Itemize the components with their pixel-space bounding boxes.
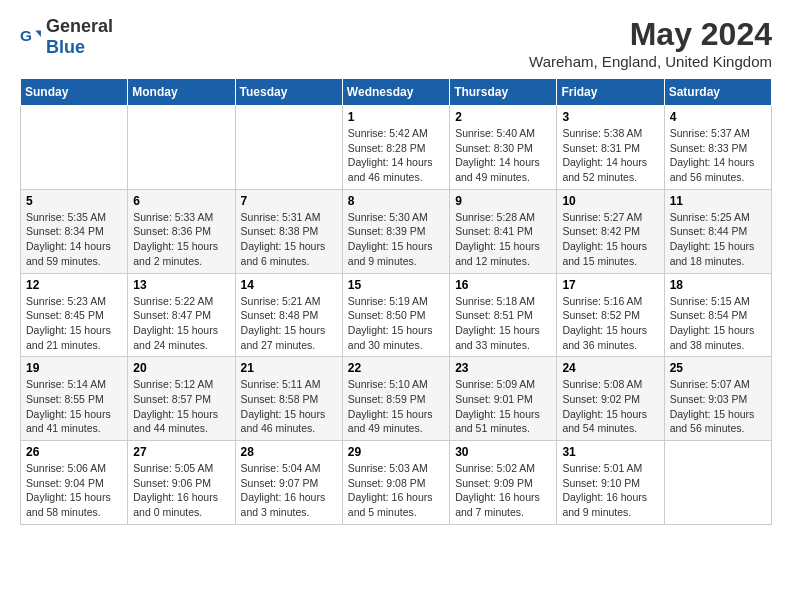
day-number: 14 [241, 278, 337, 292]
day-info: Sunrise: 5:05 AMSunset: 9:06 PMDaylight:… [133, 461, 229, 520]
day-cell: 9Sunrise: 5:28 AMSunset: 8:41 PMDaylight… [450, 189, 557, 273]
day-number: 9 [455, 194, 551, 208]
header-cell-thursday: Thursday [450, 79, 557, 106]
day-info: Sunrise: 5:09 AMSunset: 9:01 PMDaylight:… [455, 377, 551, 436]
day-cell: 23Sunrise: 5:09 AMSunset: 9:01 PMDayligh… [450, 357, 557, 441]
day-cell: 30Sunrise: 5:02 AMSunset: 9:09 PMDayligh… [450, 441, 557, 525]
day-number: 31 [562, 445, 658, 459]
day-info: Sunrise: 5:06 AMSunset: 9:04 PMDaylight:… [26, 461, 122, 520]
day-cell: 24Sunrise: 5:08 AMSunset: 9:02 PMDayligh… [557, 357, 664, 441]
day-cell [235, 106, 342, 190]
day-info: Sunrise: 5:42 AMSunset: 8:28 PMDaylight:… [348, 126, 444, 185]
day-number: 7 [241, 194, 337, 208]
day-info: Sunrise: 5:02 AMSunset: 9:09 PMDaylight:… [455, 461, 551, 520]
day-info: Sunrise: 5:33 AMSunset: 8:36 PMDaylight:… [133, 210, 229, 269]
day-cell: 7Sunrise: 5:31 AMSunset: 8:38 PMDaylight… [235, 189, 342, 273]
header-cell-friday: Friday [557, 79, 664, 106]
day-info: Sunrise: 5:04 AMSunset: 9:07 PMDaylight:… [241, 461, 337, 520]
header-row: SundayMondayTuesdayWednesdayThursdayFrid… [21, 79, 772, 106]
day-cell [128, 106, 235, 190]
day-info: Sunrise: 5:38 AMSunset: 8:31 PMDaylight:… [562, 126, 658, 185]
calendar-table: SundayMondayTuesdayWednesdayThursdayFrid… [20, 78, 772, 525]
header: G General Blue May 2024 Wareham, England… [20, 16, 772, 70]
day-cell: 10Sunrise: 5:27 AMSunset: 8:42 PMDayligh… [557, 189, 664, 273]
day-number: 25 [670, 361, 766, 375]
header-cell-monday: Monday [128, 79, 235, 106]
week-row-1: 1Sunrise: 5:42 AMSunset: 8:28 PMDaylight… [21, 106, 772, 190]
day-info: Sunrise: 5:01 AMSunset: 9:10 PMDaylight:… [562, 461, 658, 520]
day-cell: 8Sunrise: 5:30 AMSunset: 8:39 PMDaylight… [342, 189, 449, 273]
day-info: Sunrise: 5:40 AMSunset: 8:30 PMDaylight:… [455, 126, 551, 185]
day-number: 10 [562, 194, 658, 208]
week-row-3: 12Sunrise: 5:23 AMSunset: 8:45 PMDayligh… [21, 273, 772, 357]
day-cell [21, 106, 128, 190]
day-number: 23 [455, 361, 551, 375]
day-cell: 29Sunrise: 5:03 AMSunset: 9:08 PMDayligh… [342, 441, 449, 525]
day-number: 17 [562, 278, 658, 292]
day-cell: 26Sunrise: 5:06 AMSunset: 9:04 PMDayligh… [21, 441, 128, 525]
day-cell: 22Sunrise: 5:10 AMSunset: 8:59 PMDayligh… [342, 357, 449, 441]
calendar-body: 1Sunrise: 5:42 AMSunset: 8:28 PMDaylight… [21, 106, 772, 525]
day-cell: 2Sunrise: 5:40 AMSunset: 8:30 PMDaylight… [450, 106, 557, 190]
day-info: Sunrise: 5:31 AMSunset: 8:38 PMDaylight:… [241, 210, 337, 269]
header-cell-saturday: Saturday [664, 79, 771, 106]
logo-blue: Blue [46, 37, 85, 57]
day-number: 19 [26, 361, 122, 375]
day-info: Sunrise: 5:08 AMSunset: 9:02 PMDaylight:… [562, 377, 658, 436]
day-info: Sunrise: 5:16 AMSunset: 8:52 PMDaylight:… [562, 294, 658, 353]
day-info: Sunrise: 5:28 AMSunset: 8:41 PMDaylight:… [455, 210, 551, 269]
day-number: 27 [133, 445, 229, 459]
day-number: 13 [133, 278, 229, 292]
week-row-5: 26Sunrise: 5:06 AMSunset: 9:04 PMDayligh… [21, 441, 772, 525]
day-cell: 3Sunrise: 5:38 AMSunset: 8:31 PMDaylight… [557, 106, 664, 190]
day-info: Sunrise: 5:27 AMSunset: 8:42 PMDaylight:… [562, 210, 658, 269]
day-number: 11 [670, 194, 766, 208]
day-number: 2 [455, 110, 551, 124]
day-number: 6 [133, 194, 229, 208]
day-cell: 27Sunrise: 5:05 AMSunset: 9:06 PMDayligh… [128, 441, 235, 525]
svg-marker-1 [35, 30, 41, 37]
day-cell: 19Sunrise: 5:14 AMSunset: 8:55 PMDayligh… [21, 357, 128, 441]
day-info: Sunrise: 5:15 AMSunset: 8:54 PMDaylight:… [670, 294, 766, 353]
header-cell-wednesday: Wednesday [342, 79, 449, 106]
day-number: 15 [348, 278, 444, 292]
day-info: Sunrise: 5:25 AMSunset: 8:44 PMDaylight:… [670, 210, 766, 269]
svg-text:G: G [20, 27, 32, 44]
day-info: Sunrise: 5:18 AMSunset: 8:51 PMDaylight:… [455, 294, 551, 353]
day-number: 24 [562, 361, 658, 375]
day-cell [664, 441, 771, 525]
day-cell: 18Sunrise: 5:15 AMSunset: 8:54 PMDayligh… [664, 273, 771, 357]
day-info: Sunrise: 5:21 AMSunset: 8:48 PMDaylight:… [241, 294, 337, 353]
main-title: May 2024 [529, 16, 772, 53]
day-number: 5 [26, 194, 122, 208]
day-number: 3 [562, 110, 658, 124]
header-cell-sunday: Sunday [21, 79, 128, 106]
day-cell: 14Sunrise: 5:21 AMSunset: 8:48 PMDayligh… [235, 273, 342, 357]
day-cell: 6Sunrise: 5:33 AMSunset: 8:36 PMDaylight… [128, 189, 235, 273]
day-number: 22 [348, 361, 444, 375]
day-cell: 25Sunrise: 5:07 AMSunset: 9:03 PMDayligh… [664, 357, 771, 441]
day-cell: 28Sunrise: 5:04 AMSunset: 9:07 PMDayligh… [235, 441, 342, 525]
day-number: 26 [26, 445, 122, 459]
subtitle: Wareham, England, United Kingdom [529, 53, 772, 70]
day-cell: 1Sunrise: 5:42 AMSunset: 8:28 PMDaylight… [342, 106, 449, 190]
day-info: Sunrise: 5:12 AMSunset: 8:57 PMDaylight:… [133, 377, 229, 436]
day-cell: 5Sunrise: 5:35 AMSunset: 8:34 PMDaylight… [21, 189, 128, 273]
day-info: Sunrise: 5:30 AMSunset: 8:39 PMDaylight:… [348, 210, 444, 269]
day-number: 18 [670, 278, 766, 292]
week-row-2: 5Sunrise: 5:35 AMSunset: 8:34 PMDaylight… [21, 189, 772, 273]
day-cell: 4Sunrise: 5:37 AMSunset: 8:33 PMDaylight… [664, 106, 771, 190]
day-number: 28 [241, 445, 337, 459]
week-row-4: 19Sunrise: 5:14 AMSunset: 8:55 PMDayligh… [21, 357, 772, 441]
day-info: Sunrise: 5:19 AMSunset: 8:50 PMDaylight:… [348, 294, 444, 353]
logo: G General Blue [20, 16, 113, 58]
day-number: 4 [670, 110, 766, 124]
title-area: May 2024 Wareham, England, United Kingdo… [529, 16, 772, 70]
day-cell: 12Sunrise: 5:23 AMSunset: 8:45 PMDayligh… [21, 273, 128, 357]
day-number: 1 [348, 110, 444, 124]
day-number: 30 [455, 445, 551, 459]
day-cell: 31Sunrise: 5:01 AMSunset: 9:10 PMDayligh… [557, 441, 664, 525]
day-number: 21 [241, 361, 337, 375]
day-cell: 20Sunrise: 5:12 AMSunset: 8:57 PMDayligh… [128, 357, 235, 441]
day-info: Sunrise: 5:10 AMSunset: 8:59 PMDaylight:… [348, 377, 444, 436]
